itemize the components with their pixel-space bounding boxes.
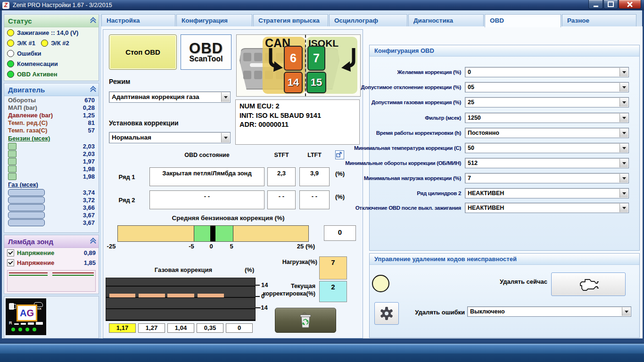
config-row-allowed-deviation: 05 Допустимое отклонение коррекции (%) — [372, 82, 629, 93]
close-button[interactable] — [619, 0, 641, 9]
gridline — [106, 308, 255, 309]
allowed-deviation-dropdown[interactable]: 05 — [465, 82, 629, 92]
collapse-icon[interactable] — [90, 18, 96, 24]
tab-diagnostika[interactable]: Диагностика — [408, 14, 484, 26]
gas-injector-row: 3,67 — [4, 211, 99, 219]
fuel-level-bar — [28, 322, 34, 325]
petrol-injector-row: 1,98 — [4, 173, 99, 180]
lambda-chart — [7, 270, 96, 292]
bank1-stft-box: 2,3 — [267, 167, 296, 186]
petrol-injector-row: 1,98 — [4, 165, 99, 173]
status-panel: Статус Зажигание :: 14,0 (V) Э/К #1 Э/К … — [4, 14, 99, 81]
delete-errors-dropdown[interactable]: Выключено — [467, 306, 631, 317]
gas-chart-title: Газовая коррекция — [136, 266, 231, 273]
gas-chart-unit: (%) — [245, 266, 254, 273]
gas-injector-row: 3,72 — [4, 196, 99, 204]
tab-strategiya-vpryska[interactable]: Стратегия впрыска — [253, 14, 328, 26]
min-rpm-dropdown[interactable]: 512 — [465, 158, 629, 168]
dropdown-arrow-icon[interactable] — [619, 114, 628, 122]
gridline — [106, 320, 255, 321]
collapse-icon[interactable] — [90, 87, 96, 92]
avg-correction-gauge — [117, 225, 309, 242]
petrol-injector-row: 1,97 — [4, 157, 99, 165]
dtc-group: Управление удалением кодов неисправносте… — [369, 253, 640, 338]
connector-pin — [254, 71, 262, 79]
level-led — [33, 328, 36, 331]
desired-correction-dropdown[interactable]: 0 — [465, 67, 629, 77]
avg-correction-value: 0 — [324, 225, 356, 241]
stft-header: STFT — [267, 152, 296, 158]
petrol-injector-icon — [8, 143, 17, 150]
petrol-injector-icon — [8, 150, 17, 157]
config-row-bank2: НЕАКТИВЕН Ряд цилиндров 2 — [372, 188, 629, 199]
status-led — [7, 60, 14, 67]
ltft-header: LTFT — [299, 152, 330, 158]
dropdown-arrow-icon[interactable] — [619, 204, 628, 212]
lambda-row: Напряжение 1,85 — [4, 258, 99, 268]
dropdown-arrow-icon[interactable] — [622, 307, 630, 316]
correction-setup-label: Установка коррекции — [109, 119, 179, 127]
gas-correction-cell: 1,04 — [167, 323, 194, 333]
allowed-gas-correction-dropdown[interactable]: 25 — [465, 97, 629, 107]
delete-now-button[interactable] — [551, 272, 626, 296]
config-row-desired-correction: 0 Желаемая коррекция (%) — [372, 66, 629, 78]
gas-injector-row: 3,74 — [4, 189, 99, 196]
minimize-icon — [594, 6, 598, 7]
dtc-group-title: Управление удалением кодов неисправносте… — [370, 254, 639, 265]
status-led — [7, 29, 14, 36]
dropdown-arrow-icon[interactable] — [619, 174, 628, 182]
correction-bar — [139, 294, 165, 297]
status-led — [7, 71, 14, 78]
open-table-window-icon[interactable] — [335, 150, 344, 159]
petrol-injector-row: 2,03 — [4, 142, 99, 150]
maximize-button[interactable] — [603, 0, 618, 9]
bank1-unit: (%) — [331, 170, 348, 177]
gas-correction-chart — [106, 278, 256, 321]
gas-correction-cell: 0,35 — [197, 323, 223, 333]
clear-corrections-button[interactable] — [275, 308, 336, 333]
tab-obd[interactable]: OBD — [485, 14, 561, 27]
dropdown-arrow-icon[interactable] — [221, 92, 230, 102]
dropdown-arrow-icon[interactable] — [619, 189, 628, 197]
dropdown-arrow-icon[interactable] — [619, 159, 628, 167]
checkbox[interactable] — [7, 259, 14, 266]
dropdown-arrow-icon[interactable] — [619, 144, 628, 152]
engine-param-row: Темп. газа(С)57 — [4, 126, 99, 134]
gas-injector-row: 3,67 — [4, 219, 99, 226]
correction-time-dropdown[interactable]: Постоянно — [465, 128, 629, 138]
tab-nastroika[interactable]: Настройка — [101, 14, 175, 26]
engine-param-row: Давление (bar)1,25 — [4, 111, 99, 119]
min-load-dropdown[interactable]: 7 — [465, 173, 629, 183]
dropdown-arrow-icon[interactable] — [619, 83, 628, 91]
tab-ostsillograf[interactable]: Осциллограф — [329, 14, 407, 26]
tab-konfiguratsiya[interactable]: Конфигурация — [176, 14, 252, 26]
application-window: Zenit PRO Настройки 1.67 - 3/2/2015 Наст… — [0, 0, 644, 362]
fuel-pump-icon — [9, 303, 14, 310]
correction-setup-dropdown[interactable]: Нормальная — [109, 132, 231, 143]
ag-logo: AG — [17, 304, 37, 321]
config-row-min-rpm: 512 Минимальные обороты коррекции (ОБ/МИ… — [372, 157, 629, 169]
gauge-tick: -25 — [107, 243, 116, 250]
window-frame-bottom — [0, 338, 644, 343]
min-temperature-dropdown[interactable]: 50 — [465, 143, 629, 153]
collapse-icon[interactable] — [90, 239, 96, 244]
lambda-trace-red — [9, 272, 48, 273]
dropdown-arrow-icon[interactable] — [619, 129, 628, 137]
tab-raznoe[interactable]: Разное — [562, 14, 636, 26]
checkbox[interactable] — [7, 249, 14, 256]
mode-dropdown[interactable]: Адаптивная коррекция газа — [109, 91, 231, 103]
obd-off-dropdown[interactable]: НЕАКТИВЕН — [465, 203, 629, 213]
minimize-button[interactable] — [588, 0, 603, 9]
config-row-min-temperature: 50 Минимальная температура коррекции (С) — [372, 142, 629, 154]
status-item-compensations: Компенсации — [4, 58, 99, 69]
bank2-dropdown[interactable]: НЕАКТИВЕН — [465, 188, 629, 198]
dropdown-arrow-icon[interactable] — [619, 98, 628, 107]
stop-obd-button[interactable]: Стоп OBD — [109, 34, 177, 70]
device-logo-panel: CHECK AG R — [4, 296, 99, 338]
dropdown-arrow-icon[interactable] — [221, 133, 230, 142]
gear-icon — [379, 306, 394, 321]
filter-dropdown[interactable]: 1250 — [465, 113, 629, 123]
dropdown-arrow-icon[interactable] — [619, 68, 628, 76]
settings-button[interactable] — [374, 302, 399, 325]
app-icon — [2, 2, 9, 9]
